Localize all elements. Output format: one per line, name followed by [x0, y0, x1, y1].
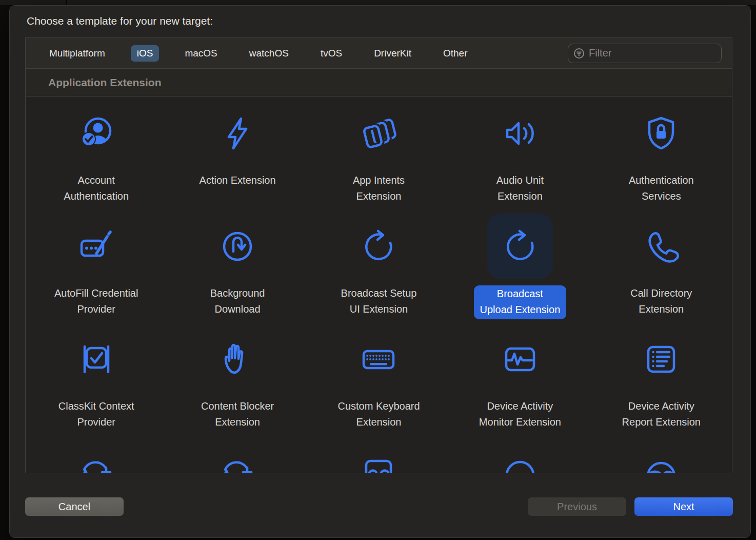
template-item-classkit-context-provider[interactable]: ClassKit ContextProvider [26, 322, 167, 435]
speaker-sound-icon [487, 101, 553, 166]
section-title: Application Extension [48, 76, 162, 89]
template-grid: AccountAuthenticationAction Extension Ap… [26, 97, 732, 473]
new-target-template-dialog: Choose a template for your new target: M… [9, 5, 751, 538]
easel-check-icon [64, 326, 129, 392]
template-label: Call DirectoryExtension [630, 285, 692, 317]
template-item-partial[interactable] [308, 435, 449, 473]
bubble-icon [487, 439, 553, 473]
template-item-custom-keyboard-extension[interactable]: Custom KeyboardExtension [308, 322, 449, 435]
tab-ios[interactable]: iOS [131, 45, 160, 62]
tab-tvos[interactable]: tvOS [314, 45, 348, 62]
template-label: Custom KeyboardExtension [337, 398, 420, 430]
template-label: Content BlockerExtension [201, 398, 274, 430]
template-item-partial[interactable] [449, 435, 590, 473]
template-item-content-blocker-extension[interactable]: Content BlockerExtension [167, 322, 308, 435]
background-window-edge [0, 0, 756, 5]
download-circle-icon [205, 214, 270, 279]
template-item-partial[interactable] [26, 435, 167, 473]
credential-pencil-icon [64, 214, 129, 279]
template-item-device-activity-report-extension[interactable]: Device ActivityReport Extension [591, 322, 732, 435]
clockwise-arrow-icon [346, 214, 411, 279]
template-item-partial[interactable] [591, 435, 732, 473]
filter-placeholder: Filter [589, 47, 611, 59]
template-label: ClassKit ContextProvider [58, 398, 134, 430]
report-list-icon [628, 326, 694, 392]
tab-macos[interactable]: macOS [178, 45, 223, 62]
template-label: Device ActivityMonitor Extension [479, 398, 561, 430]
template-item-partial[interactable] [167, 435, 308, 473]
template-item-autofill-credential-provider[interactable]: AutoFill CredentialProvider [26, 209, 167, 322]
bubble-wave-icon [628, 439, 694, 473]
filter-field[interactable]: Filter [568, 44, 722, 63]
template-item-audio-unit-extension[interactable]: Audio UnitExtension [449, 97, 590, 209]
template-label: BroadcastUpload Extension [474, 285, 567, 319]
template-label: Broadcast SetupUI Extension [341, 285, 417, 317]
previous-button[interactable]: Previous [528, 497, 626, 516]
shield-lock-icon [628, 101, 694, 166]
section-header: Application Extension [26, 69, 732, 97]
stacked-panels-icon [346, 101, 411, 166]
tab-multiplatform[interactable]: Multiplatform [43, 45, 111, 62]
template-item-broadcast-upload-extension[interactable]: BroadcastUpload Extension [449, 209, 590, 322]
template-label: BackgroundDownload [210, 285, 265, 317]
arc-arrow-icon [64, 439, 129, 473]
template-label: AccountAuthentication [64, 172, 129, 204]
phone-handset-icon [628, 214, 694, 279]
template-label: Device ActivityReport Extension [622, 398, 701, 430]
template-item-authentication-services[interactable]: AuthenticationServices [591, 97, 732, 209]
lightning-bolt-icon [205, 101, 270, 166]
template-chooser-panel: MultiplatformiOSmacOSwatchOStvOSDriverKi… [25, 37, 732, 473]
cancel-button[interactable]: Cancel [25, 497, 124, 516]
template-item-app-intents-extension[interactable]: App IntentsExtension [308, 97, 449, 209]
template-label: App IntentsExtension [353, 172, 405, 204]
template-label: Action Extension [200, 172, 276, 188]
template-item-device-activity-monitor-extension[interactable]: Device ActivityMonitor Extension [449, 322, 590, 435]
template-label: AuthenticationServices [629, 172, 694, 204]
template-item-account-authentication[interactable]: AccountAuthentication [26, 97, 167, 209]
next-button[interactable]: Next [634, 497, 733, 516]
ticket-icon [346, 439, 411, 473]
tab-watchos[interactable]: watchOS [243, 45, 295, 62]
waveform-monitor-icon [487, 326, 553, 392]
template-item-background-download[interactable]: BackgroundDownload [167, 209, 308, 322]
platform-tab-bar: MultiplatformiOSmacOSwatchOStvOSDriverKi… [26, 38, 732, 69]
filter-icon [573, 48, 585, 59]
arc-arrow-icon [205, 439, 270, 473]
template-label: AutoFill CredentialProvider [54, 285, 138, 317]
tab-other[interactable]: Other [437, 45, 474, 62]
template-item-broadcast-setup-ui-extension[interactable]: Broadcast SetupUI Extension [308, 209, 449, 322]
template-label: Audio UnitExtension [496, 172, 544, 204]
clockwise-arrow-icon [487, 214, 553, 279]
template-item-call-directory-extension[interactable]: Call DirectoryExtension [591, 209, 732, 322]
account-authentication-icon [64, 101, 129, 166]
template-item-action-extension[interactable]: Action Extension [167, 97, 308, 209]
background-toolbar-divider [66, 0, 67, 5]
tab-driverkit[interactable]: DriverKit [368, 45, 417, 62]
dialog-title: Choose a template for your new target: [27, 15, 213, 27]
keyboard-icon [346, 326, 411, 392]
raised-hand-icon [205, 326, 270, 392]
